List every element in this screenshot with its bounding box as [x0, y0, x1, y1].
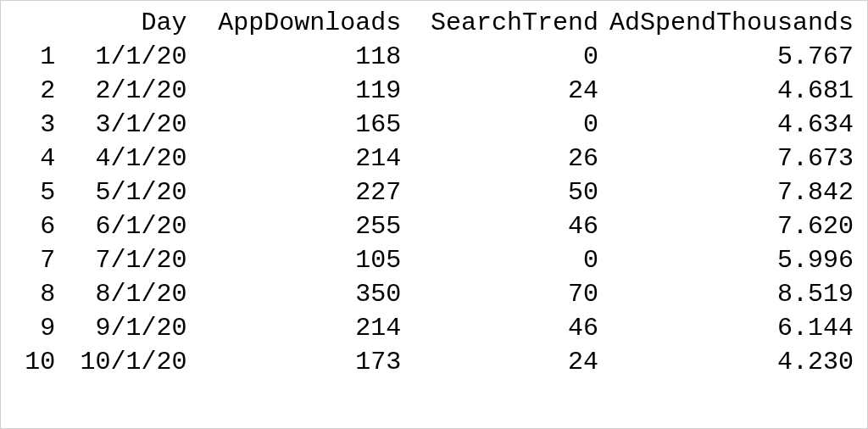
table-row: 7 7/1/20 105 0 5.996 [9, 243, 859, 277]
header-app-downloads: AppDownloads [192, 6, 407, 40]
header-ad-spend: AdSpendThousands [604, 6, 859, 40]
cell-ad-spend: 4.230 [604, 345, 859, 379]
table-row: 9 9/1/20 214 46 6.144 [9, 311, 859, 345]
table-row: 1 1/1/20 118 0 5.767 [9, 40, 859, 74]
cell-ad-spend: 4.634 [604, 108, 859, 142]
cell-day: 4/1/20 [60, 142, 192, 176]
table-header-row: Day AppDownloads SearchTrend AdSpendThou… [9, 6, 859, 40]
cell-search-trend: 24 [406, 74, 604, 108]
cell-ad-spend: 6.144 [604, 311, 859, 345]
table-row: 3 3/1/20 165 0 4.634 [9, 108, 859, 142]
cell-ad-spend: 7.842 [604, 176, 859, 209]
cell-search-trend: 46 [406, 311, 604, 345]
cell-day: 9/1/20 [60, 311, 192, 345]
cell-app-downloads: 214 [192, 311, 407, 345]
cell-day: 6/1/20 [60, 209, 192, 243]
cell-search-trend: 46 [406, 209, 604, 243]
cell-day: 7/1/20 [60, 243, 192, 277]
cell-search-trend: 50 [406, 176, 604, 209]
cell-app-downloads: 105 [192, 243, 407, 277]
cell-ad-spend: 5.996 [604, 243, 859, 277]
cell-day: 8/1/20 [60, 277, 192, 311]
cell-index: 8 [9, 277, 60, 311]
header-day: Day [60, 6, 192, 40]
cell-index: 5 [9, 176, 60, 209]
cell-search-trend: 70 [406, 277, 604, 311]
cell-ad-spend: 4.681 [604, 74, 859, 108]
cell-app-downloads: 118 [192, 40, 407, 74]
cell-day: 1/1/20 [60, 40, 192, 74]
cell-search-trend: 0 [406, 243, 604, 277]
cell-ad-spend: 7.620 [604, 209, 859, 243]
cell-app-downloads: 119 [192, 74, 407, 108]
cell-search-trend: 24 [406, 345, 604, 379]
cell-index: 4 [9, 142, 60, 176]
cell-index: 1 [9, 40, 60, 74]
cell-day: 2/1/20 [60, 74, 192, 108]
cell-index: 3 [9, 108, 60, 142]
table-row: 10 10/1/20 173 24 4.230 [9, 345, 859, 379]
header-search-trend: SearchTrend [406, 6, 604, 40]
table-row: 8 8/1/20 350 70 8.519 [9, 277, 859, 311]
cell-index: 2 [9, 74, 60, 108]
table-row: 6 6/1/20 255 46 7.620 [9, 209, 859, 243]
table-row: 4 4/1/20 214 26 7.673 [9, 142, 859, 176]
table-container: Day AppDownloads SearchTrend AdSpendThou… [0, 0, 868, 429]
data-table: Day AppDownloads SearchTrend AdSpendThou… [9, 6, 859, 379]
cell-search-trend: 0 [406, 108, 604, 142]
cell-search-trend: 26 [406, 142, 604, 176]
cell-app-downloads: 165 [192, 108, 407, 142]
cell-ad-spend: 7.673 [604, 142, 859, 176]
cell-search-trend: 0 [406, 40, 604, 74]
cell-app-downloads: 173 [192, 345, 407, 379]
header-index [9, 6, 60, 40]
table-row: 2 2/1/20 119 24 4.681 [9, 74, 859, 108]
table-row: 5 5/1/20 227 50 7.842 [9, 176, 859, 209]
cell-ad-spend: 8.519 [604, 277, 859, 311]
cell-app-downloads: 227 [192, 176, 407, 209]
cell-day: 5/1/20 [60, 176, 192, 209]
cell-app-downloads: 214 [192, 142, 407, 176]
cell-app-downloads: 350 [192, 277, 407, 311]
cell-index: 6 [9, 209, 60, 243]
cell-index: 9 [9, 311, 60, 345]
cell-index: 7 [9, 243, 60, 277]
cell-ad-spend: 5.767 [604, 40, 859, 74]
cell-day: 3/1/20 [60, 108, 192, 142]
cell-index: 10 [9, 345, 60, 379]
cell-app-downloads: 255 [192, 209, 407, 243]
cell-day: 10/1/20 [60, 345, 192, 379]
